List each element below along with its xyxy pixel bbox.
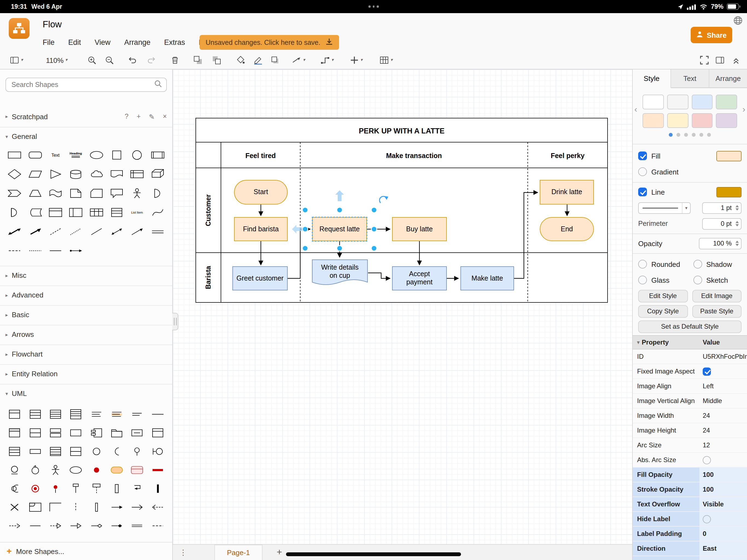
- shape-uml-corner-frame[interactable]: [45, 498, 66, 516]
- diagram-node-make-latte[interactable]: Make latte: [460, 266, 514, 290]
- property-row-abs-arc-size[interactable]: Abs. Arc Size: [633, 453, 747, 467]
- fill-color-well[interactable]: [716, 151, 742, 161]
- diagram-node-drink-latte[interactable]: Drink latte: [540, 180, 594, 205]
- shape-uml-class[interactable]: [4, 442, 25, 460]
- swatch-next-button[interactable]: ›: [742, 104, 745, 114]
- shape-uml-association[interactable]: [25, 516, 45, 535]
- shape-uml-title[interactable]: [4, 423, 25, 442]
- shape-uml-destroy[interactable]: [4, 498, 25, 516]
- sidebar-section-entity-relation[interactable]: ▸Entity Relation: [0, 364, 172, 383]
- glass-checkbox[interactable]: [638, 276, 647, 284]
- shape-vertical-container[interactable]: [66, 203, 86, 222]
- shape-tape[interactable]: [45, 184, 66, 203]
- shape-uml-use-case[interactable]: [66, 460, 86, 479]
- property-row-text-overflow[interactable]: Text OverflowVisible: [633, 497, 747, 512]
- shape-uml-initial-node[interactable]: [86, 460, 107, 479]
- add-page-button[interactable]: +: [277, 547, 282, 558]
- page-tab[interactable]: Page-1: [214, 545, 262, 560]
- shape-uml-package[interactable]: [107, 423, 127, 442]
- property-row-label-padding[interactable]: Label Padding0: [633, 527, 747, 541]
- property-row-direction[interactable]: DirectionEast: [633, 541, 747, 556]
- property-row-arc-size[interactable]: Arc Size12: [633, 438, 747, 453]
- line-width-stepper[interactable]: 1 pt: [702, 202, 742, 213]
- opacity-stepper[interactable]: 100 %: [699, 238, 742, 249]
- shape-list-item[interactable]: List Item: [127, 203, 148, 222]
- style-swatch-6[interactable]: [692, 113, 713, 128]
- shape-parallelogram[interactable]: [25, 164, 45, 184]
- shape-uml-lifeline-line[interactable]: [66, 479, 86, 498]
- style-swatch-4[interactable]: [643, 113, 664, 128]
- shape-uml-circle-interface[interactable]: [86, 442, 107, 460]
- diagram-canvas[interactable]: PERK UP WITH A LATTEFeel tiredMake trans…: [173, 70, 632, 544]
- shape-step[interactable]: [4, 184, 25, 203]
- property-row-image-height[interactable]: Image Height24: [633, 423, 747, 438]
- shape-uml-dispatch-arrow[interactable]: [107, 498, 127, 516]
- menu-edit[interactable]: Edit: [68, 38, 81, 47]
- shadow-button[interactable]: [271, 54, 279, 67]
- property-checkbox[interactable]: [703, 367, 711, 376]
- diagram-node-request-latte[interactable]: Request latte: [312, 217, 367, 241]
- shape-uml-interface2[interactable]: [147, 423, 168, 442]
- shape-uml-lifeline[interactable]: [86, 479, 107, 498]
- shape-table[interactable]: [86, 203, 107, 222]
- home-indicator[interactable]: [286, 552, 461, 556]
- shape-data-storage[interactable]: [25, 203, 45, 222]
- shape-triangle[interactable]: [45, 164, 66, 184]
- shape-and[interactable]: [4, 203, 25, 222]
- sidebar-section-general[interactable]: ▾ General: [0, 127, 172, 146]
- menu-view[interactable]: View: [95, 38, 110, 47]
- shape-rectangle[interactable]: [4, 146, 25, 164]
- property-checkbox[interactable]: [703, 515, 711, 523]
- shape-uml-stem-node[interactable]: [45, 479, 66, 498]
- property-row-stroke-opacity[interactable]: Stroke Opacity100: [633, 482, 747, 497]
- shape-uml-item-rect[interactable]: [25, 442, 45, 460]
- shape-uml-rect[interactable]: [66, 423, 86, 442]
- shape-uml-socket[interactable]: [107, 442, 127, 460]
- shape-uml-class-3[interactable]: [45, 405, 66, 423]
- shape-uml-list[interactable]: [45, 442, 66, 460]
- fit-page-button[interactable]: [700, 54, 709, 67]
- shape-uml-async-arrow[interactable]: [127, 498, 148, 516]
- property-checkbox[interactable]: [703, 456, 711, 464]
- shape-uml-vertical-bar[interactable]: [147, 479, 168, 498]
- shape-uml-link-line[interactable]: [127, 516, 148, 535]
- edit-style-button[interactable]: Edit Style: [638, 289, 688, 302]
- shape-uml-lollipop[interactable]: [127, 442, 148, 460]
- shape-bidirectional-connector[interactable]: [107, 222, 127, 241]
- gradient-checkbox[interactable]: [638, 167, 647, 176]
- sidebar-section-arrows[interactable]: ▸Arrows: [0, 325, 172, 343]
- property-row-constraint[interactable]: ConstraintNone: [633, 556, 747, 560]
- shape-uml-attr-lines-2[interactable]: [127, 405, 148, 423]
- sidebar-section-misc[interactable]: ▸Misc: [0, 266, 172, 284]
- shape-rounded-rectangle[interactable]: [25, 146, 45, 164]
- shape-uml-divided-2[interactable]: [66, 442, 86, 460]
- shape-uml-thin-bar[interactable]: [86, 498, 107, 516]
- shape-uml-class-4[interactable]: [66, 405, 86, 423]
- perimeter-stepper[interactable]: 0 pt: [702, 218, 742, 229]
- shape-uml-dashed-link[interactable]: [147, 516, 168, 535]
- property-row-hide-label[interactable]: Hide Label: [633, 512, 747, 527]
- shape-process[interactable]: [147, 146, 168, 164]
- sidebar-section-scratchpad[interactable]: ▸ Scratchpad ? + ✎ ×: [0, 107, 172, 126]
- globe-icon[interactable]: [733, 16, 743, 27]
- shape-cloud[interactable]: [86, 164, 107, 184]
- shape-uml-activity[interactable]: [107, 460, 127, 479]
- share-button[interactable]: Share: [691, 27, 732, 43]
- shape-line[interactable]: [86, 222, 107, 241]
- shape-search-box[interactable]: [5, 78, 167, 92]
- shape-uml-final-node[interactable]: [25, 479, 45, 498]
- shape-list[interactable]: [107, 203, 127, 222]
- sidebar-section-flowchart[interactable]: ▸Flowchart: [0, 345, 172, 363]
- shape-uml-return-arrow[interactable]: [147, 498, 168, 516]
- style-swatch-3[interactable]: [716, 95, 738, 109]
- shape-diamond[interactable]: [4, 164, 25, 184]
- diagram-layer[interactable]: PERK UP WITH A LATTEFeel tiredMake trans…: [173, 70, 632, 544]
- shape-ellipse[interactable]: [86, 146, 107, 164]
- shape-uml-generalization[interactable]: [66, 516, 86, 535]
- shape-horizontal-line[interactable]: [45, 241, 66, 260]
- shape-note[interactable]: [66, 184, 86, 203]
- shape-cube[interactable]: [147, 164, 168, 184]
- line-color-well[interactable]: [716, 187, 742, 197]
- scratchpad-add-icon[interactable]: +: [137, 112, 141, 121]
- shape-uml-class-2[interactable]: [25, 405, 45, 423]
